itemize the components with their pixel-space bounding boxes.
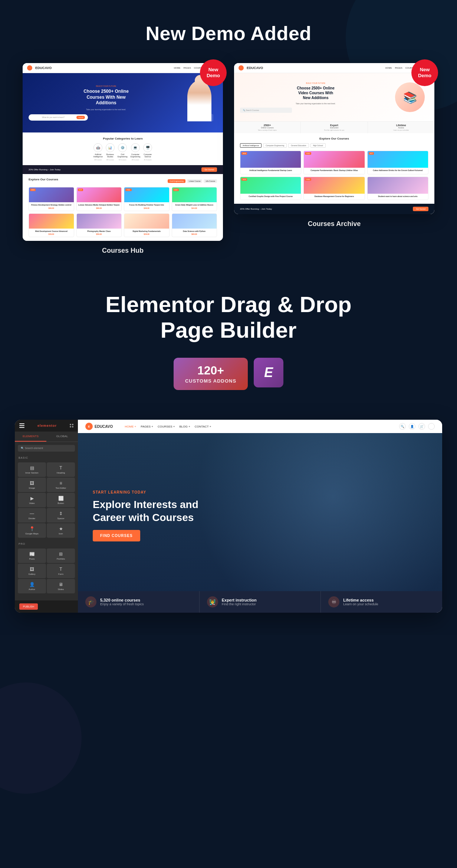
course-info: Photography Master Class $59.00 — [77, 229, 122, 237]
hamburger-icon[interactable] — [19, 423, 24, 428]
archive-card-info: Certified Graphic Design with Fine Proje… — [240, 194, 301, 200]
element-author[interactable]: 👤 Author — [18, 579, 46, 593]
section-new-demo: New Demo Added NewDemo EDUCAVO HOME PAGE… — [0, 0, 457, 269]
search-nav-icon[interactable]: 🔍 — [399, 423, 406, 430]
cart-nav-icon[interactable]: 🛒 — [418, 423, 425, 430]
mock-explore: Explore Our Courses Civil Engineering Li… — [23, 174, 223, 241]
find-courses-button[interactable]: FIND COURSES — [93, 530, 140, 541]
sidebar-dots-icon — [70, 424, 73, 428]
canvas-logo-icon: E — [85, 423, 93, 430]
category-icon: ⚙️ — [118, 143, 127, 152]
element-spacer[interactable]: ⇕ Spacer — [47, 508, 75, 523]
stat-subtitle: Learn on your schedule — [343, 602, 378, 606]
archive-card-title: Cakes Halloween Drinks for the Groom Gal… — [369, 169, 427, 172]
page-title: New Demo Added — [15, 22, 442, 45]
builder-wrapper: elementor ELEMENTS GLOBAL 🔍 Search eleme… — [15, 420, 442, 613]
course-card: Photography Master Class $59.00 — [76, 213, 122, 238]
element-label: Inner Section — [25, 472, 38, 474]
stat-title: 5,320 online courses — [100, 598, 144, 602]
element-button[interactable]: ⬜ Button — [47, 493, 75, 507]
posts-icon: 📰 — [29, 551, 35, 557]
elementor-wordmark: elementor — [37, 424, 57, 428]
canvas-logo-text: EDUCAVO — [95, 425, 113, 429]
archive-card-title: Computer Fundamentals: Basic Startup Lif… — [305, 169, 363, 172]
element-form[interactable]: T Form — [47, 564, 75, 578]
archive-filter[interactable]: General Education — [288, 143, 309, 148]
element-inner-section[interactable]: ▤ Inner Section — [18, 462, 46, 477]
courses-stat-icon: 🎓 — [85, 596, 96, 607]
form-icon: T — [59, 567, 62, 572]
image-icon: 🖼 — [30, 481, 34, 486]
element-icon[interactable]: ★ Icon — [47, 523, 75, 538]
tab-elements[interactable]: ELEMENTS — [15, 432, 46, 442]
google-maps-icon: 📍 — [29, 526, 35, 531]
spacer-icon: ⇕ — [59, 511, 63, 516]
category-count: 20 Courses — [132, 159, 139, 161]
element-google-maps[interactable]: 📍 Google Maps — [18, 523, 46, 538]
course-info: Digital Marketing Fundamentals $29.00 — [124, 229, 169, 237]
element-portfolio[interactable]: ⊞ Portfolio — [47, 548, 75, 563]
archive-offer-text: 20% Offer Running – Join Today — [240, 208, 272, 210]
nav-link-pages[interactable]: PAGES + — [141, 425, 153, 428]
element-label: Author — [29, 588, 35, 590]
stat-label: InstructionFind the right instructor for… — [304, 127, 364, 131]
archive-filter[interactable]: High School — [310, 143, 326, 148]
mock-nav-link: HOME — [174, 67, 181, 69]
nav-link-home[interactable]: HOME + — [125, 425, 136, 428]
canvas-hero: START LEARNING TODAY Explore Interests a… — [78, 433, 442, 591]
course-title: Digital Marketing Fundamentals — [126, 230, 168, 233]
category-label: ArtificialIntelligence — [93, 153, 103, 158]
element-image[interactable]: 🖼 Image — [18, 478, 46, 492]
element-label: Google Maps — [25, 533, 39, 535]
course-card: NEW Green Daily Weight Loss & Additive S… — [172, 187, 217, 211]
stat-expert-instruction: 👨‍🏫 Expert instruction Find the right in… — [200, 591, 321, 613]
publish-button[interactable]: PUBLISH — [19, 603, 38, 610]
nav-link-courses[interactable]: COURSES + — [158, 425, 175, 428]
element-label: Video — [29, 502, 34, 504]
elementor-badges: 120+ CUSTOMS ADDONS E — [15, 358, 442, 390]
user-nav-icon[interactable]: 👤 — [409, 423, 415, 430]
category-icon: 💻 — [131, 143, 140, 152]
nav-link-blog[interactable]: BLOG + — [180, 425, 190, 428]
element-label: Button — [57, 502, 64, 504]
course-title: Lenear Advance Media Volutpat Holden Tar… — [78, 204, 120, 206]
element-heading[interactable]: T Heading — [47, 462, 75, 477]
element-search-input[interactable]: 🔍 Search element — [18, 445, 75, 452]
element-slides[interactable]: 🖥 Slides — [47, 579, 75, 593]
heading-icon: T — [59, 465, 62, 471]
stat-number: 2500+ — [237, 124, 297, 127]
tab-global[interactable]: GLOBAL — [46, 432, 78, 442]
element-gallery[interactable]: 🖼 Gallery — [18, 564, 46, 578]
course-info: Lenear Advance Media Volutpat Holden Tar… — [77, 202, 122, 211]
filter-tab[interactable]: Civil Engineering — [168, 179, 185, 183]
elementor-logo-badge: E — [254, 358, 283, 387]
archive-filter[interactable]: Computer Engineering — [263, 143, 287, 148]
course-card: Digital Marketing Fundamentals $29.00 — [124, 213, 170, 238]
element-divider[interactable]: — Divider — [18, 508, 46, 523]
archive-offer-btn: Get Started — [413, 207, 428, 211]
course-title: Web Development Course Advanced — [30, 230, 72, 233]
element-text-editor[interactable]: ≡ Text Editor — [47, 478, 75, 492]
menu-nav-icon[interactable]: ☰ — [428, 423, 435, 430]
archive-course-image: FREE — [304, 177, 364, 194]
pro-elements-grid: 📰 Posts ⊞ Portfolio 🖼 Gallery T Form 👤 — [15, 547, 78, 595]
element-posts[interactable]: 📰 Posts — [18, 548, 46, 563]
stat-item: Expert InstructionFind the right instruc… — [301, 122, 368, 133]
archive-card-title: Database Management Course for Beginners — [305, 195, 363, 198]
filter-tab[interactable]: Linear Course — [187, 179, 202, 183]
mock-nav-link: HOME — [385, 67, 392, 69]
archive-card-title: Certified Graphic Design with Fine Proje… — [242, 195, 299, 198]
stat-online-courses: 🎓 5,320 online courses Enjoy a variety o… — [78, 591, 200, 613]
category-label: ComputerScience — [144, 153, 152, 158]
element-video[interactable]: ▶ Video — [18, 493, 46, 507]
archive-course-image: HOT — [368, 151, 428, 168]
mock-hero-hub: REACH YOUR FUTURE Choose 2500+ OnlineCou… — [23, 73, 223, 132]
courses-grid: NEW Fitness Development Strategy Holden … — [29, 187, 217, 237]
archive-badge: NEW — [241, 152, 247, 155]
archive-filter[interactable]: Artificial Intelligence — [240, 143, 262, 148]
course-title: Photography Master Class — [78, 230, 120, 233]
archive-courses-grid: NEW Artificial Intelligence Fundamental … — [240, 151, 428, 200]
filter-tab[interactable]: Life Course — [204, 179, 217, 183]
sidebar-tabs: ELEMENTS GLOBAL — [15, 432, 78, 442]
nav-link-contact[interactable]: CONTACT + — [195, 425, 211, 428]
